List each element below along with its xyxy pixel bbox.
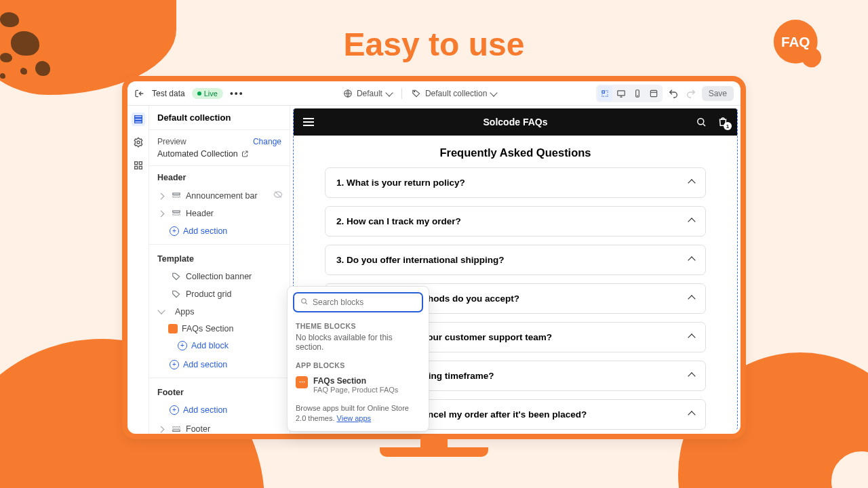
external-link-icon[interactable]: [241, 150, 249, 158]
device-desktop-button[interactable]: [614, 86, 629, 101]
chevron-right-icon: [158, 211, 165, 218]
decor-brown-blob: [20, 68, 27, 75]
chevron-up-icon: [688, 256, 695, 264]
preview-row: Preview Change Automated Collection: [149, 130, 290, 166]
svg-rect-5: [617, 90, 625, 95]
chevron-up-icon: [688, 372, 695, 380]
section-icon: [171, 190, 182, 201]
tag-icon: [412, 89, 421, 98]
decor-brown-blob: [0, 12, 19, 27]
more-icon[interactable]: •••: [230, 88, 244, 99]
plus-circle-icon: +: [170, 360, 179, 369]
plus-circle-icon: +: [178, 341, 187, 350]
chevron-down-icon: [157, 306, 165, 314]
locale-dropdown[interactable]: Default: [343, 89, 392, 98]
hamburger-icon[interactable]: [303, 118, 314, 126]
template-dropdown[interactable]: Default collection: [412, 89, 496, 98]
svg-rect-13: [134, 162, 137, 165]
chevron-up-icon: [688, 295, 695, 302]
svg-rect-9: [134, 116, 142, 118]
chevron-up-icon: [688, 179, 695, 186]
visibility-off-icon[interactable]: [273, 190, 283, 201]
device-mobile-button[interactable]: [630, 86, 645, 101]
svg-rect-16: [139, 166, 142, 169]
tree-item-collection-banner[interactable]: Collection banner: [149, 268, 290, 285]
undo-button[interactable]: [667, 87, 680, 100]
faq-item[interactable]: 3. Do you offer international shipping?: [325, 245, 706, 275]
panel-title: Default collection: [149, 106, 290, 130]
group-template: Template: [149, 247, 290, 268]
chevron-up-icon: [688, 333, 695, 341]
svg-rect-4: [602, 90, 605, 93]
view-apps-link[interactable]: View apps: [337, 414, 372, 422]
svg-rect-21: [173, 430, 180, 431]
faq-item[interactable]: 2. How can I track my order?: [325, 206, 706, 237]
app-blocks-label: APP BLOCKS: [288, 357, 429, 372]
side-rail: [127, 106, 149, 434]
apps-rail-icon[interactable]: [132, 159, 145, 172]
test-data-label: Test data: [152, 89, 185, 98]
block-picker-popover: THEME BLOCKS No blocks available for thi…: [287, 286, 429, 432]
chevron-right-icon: [158, 426, 165, 433]
tree-item-footer[interactable]: Footer: [149, 420, 290, 434]
svg-point-24: [302, 299, 307, 304]
hero-title: Easy to use: [0, 26, 868, 63]
exit-icon[interactable]: [134, 88, 145, 99]
search-blocks-input[interactable]: [313, 298, 416, 307]
group-footer: Footer: [149, 381, 290, 401]
plus-circle-icon: +: [170, 226, 179, 236]
device-inspector-button[interactable]: [646, 86, 661, 101]
search-blocks-field[interactable]: [293, 292, 423, 312]
add-section-link[interactable]: + Add section: [149, 356, 290, 375]
svg-point-12: [137, 141, 140, 144]
sections-rail-icon[interactable]: [132, 113, 145, 126]
app-block-title: FAQs Section: [313, 376, 398, 386]
app-window: Test data Live ••• Default Default colle…: [122, 76, 746, 439]
faq-app-icon: ⋯: [296, 376, 308, 388]
theme-blocks-empty: No blocks available for this section.: [288, 333, 429, 357]
preview-label: Preview: [157, 137, 186, 146]
tag-icon: [171, 289, 182, 300]
section-icon: [171, 424, 182, 434]
search-icon: [300, 297, 309, 308]
tree-item-header[interactable]: Header: [149, 205, 290, 222]
device-full-button[interactable]: [597, 86, 612, 101]
preview-collection-name: Automated Collection: [157, 149, 238, 159]
svg-point-23: [698, 119, 704, 125]
decor-brown-blob: [35, 61, 50, 76]
popover-footer: Browse apps built for Online Store 2.0 t…: [288, 398, 429, 424]
faq-badge-text: FAQ: [781, 34, 810, 49]
redo-button[interactable]: [684, 87, 698, 100]
store-header: Solcode FAQs 1: [294, 108, 737, 136]
chevron-right-icon: [158, 192, 165, 199]
theme-blocks-label: THEME BLOCKS: [288, 318, 429, 333]
side-panel: Default collection Preview Change Automa…: [149, 106, 290, 434]
tree-item-faqs-section[interactable]: FAQs Section: [149, 321, 290, 337]
plus-circle-icon: +: [170, 405, 179, 415]
cart-icon[interactable]: 1: [717, 116, 729, 128]
chevron-up-icon: [688, 411, 695, 418]
chevron-down-icon: [385, 89, 393, 96]
add-block-link[interactable]: + Add block: [149, 337, 290, 356]
status-dot-icon: [197, 92, 201, 96]
topbar: Test data Live ••• Default Default colle…: [127, 81, 741, 106]
search-icon[interactable]: [695, 116, 707, 128]
settings-rail-icon[interactable]: [132, 136, 145, 149]
decor-brown-blob: [0, 73, 5, 79]
faq-item[interactable]: 1. What is your return policy?: [325, 167, 706, 198]
add-section-link[interactable]: + Add section: [149, 401, 290, 420]
faq-badge: FAQ: [766, 14, 827, 75]
svg-rect-22: [173, 427, 180, 428]
editor: Default collection Preview Change Automa…: [127, 106, 741, 434]
add-section-link[interactable]: + Add section: [149, 222, 290, 241]
tree-item-apps[interactable]: Apps: [149, 303, 290, 321]
change-link[interactable]: Change: [253, 137, 281, 146]
tree-item-announcement-bar[interactable]: Announcement bar: [149, 186, 290, 205]
save-button[interactable]: Save: [702, 86, 734, 101]
section-icon: [171, 208, 182, 219]
tag-icon: [171, 271, 182, 282]
svg-rect-19: [173, 211, 180, 212]
app-block-faqs-section[interactable]: ⋯ FAQs Section FAQ Page, Product FAQs: [288, 372, 429, 398]
tree-item-product-grid[interactable]: Product grid: [149, 285, 290, 303]
svg-rect-11: [134, 121, 142, 123]
